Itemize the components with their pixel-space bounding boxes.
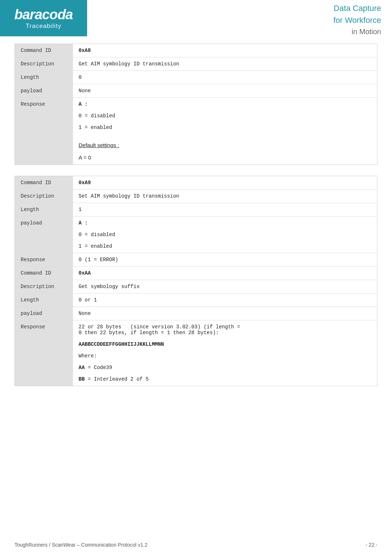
table-row: Command ID 0xAA — [15, 267, 377, 280]
label-length: Length — [15, 203, 73, 216]
label-response: Response — [15, 98, 73, 165]
value-response: 0 (1 = ERROR) — [73, 253, 377, 267]
value-response: A : 0 = disabled 1 = enabled Default set… — [73, 98, 377, 165]
table-row: payload None — [15, 307, 377, 320]
table-row: Length 0 or 1 — [15, 293, 377, 307]
header-tagline: Data Capture for Workforce in Motion — [87, 0, 392, 36]
header: baracoda Traceability Data Capture for W… — [0, 0, 392, 36]
value-command-id: 0xA9 — [73, 176, 377, 190]
label-command-id: Command ID — [15, 176, 73, 190]
value-length: 0 or 1 — [73, 293, 377, 307]
label-response: Response — [15, 253, 73, 267]
label-command-id: Command ID — [15, 267, 73, 280]
brand-name: baracoda — [15, 7, 73, 23]
label-length: Length — [15, 71, 73, 84]
table-row: Length 0 — [15, 71, 377, 84]
table-row: Command ID 0xA9 — [15, 176, 377, 190]
value-payload: None — [73, 84, 377, 98]
label-command-id: Command ID — [15, 44, 73, 57]
table-row: Response A : 0 = disabled 1 = enabled De… — [15, 98, 377, 165]
table-row: Description Get AIM symbology ID transmi… — [15, 57, 377, 71]
table-row: Response 22 or 28 bytes (since version 3… — [15, 320, 377, 386]
value-command-id: 0xA8 — [73, 44, 377, 57]
label-description: Description — [15, 57, 73, 71]
brand-sub: Traceability — [15, 23, 73, 30]
command-table-0xa9: Command ID 0xA9 Description Set AIM symb… — [15, 176, 377, 386]
label-description: Description — [15, 280, 73, 293]
header-line3: in Motion — [352, 26, 381, 37]
header-line1: Data Capture — [334, 2, 381, 14]
label-description: Description — [15, 190, 73, 203]
value-response: 22 or 28 bytes (since version 3.02.03) (… — [73, 320, 377, 386]
value-description: Get symbology suffix — [73, 280, 377, 293]
logo: baracoda Traceability — [15, 7, 73, 30]
table-row: payload None — [15, 84, 377, 98]
table-row: Length 1 — [15, 203, 377, 216]
table-row: Command ID 0xA8 — [15, 44, 377, 57]
table-row: Description Get symbology suffix — [15, 280, 377, 293]
value-description: Get AIM symbology ID transmission — [73, 57, 377, 71]
label-response: Response — [15, 320, 73, 386]
footer: ToughRunners / ScanWear – Communication … — [0, 542, 392, 548]
label-length: Length — [15, 293, 73, 307]
header-line2: for Workforce — [333, 14, 381, 26]
value-payload: None — [73, 307, 377, 320]
label-payload: payload — [15, 84, 73, 98]
value-length: 0 — [73, 71, 377, 84]
table-row: Response 0 (1 = ERROR) — [15, 253, 377, 267]
table-row: Description Set AIM symbology ID transmi… — [15, 190, 377, 203]
page-content: Command ID 0xA8 Description Get AIM symb… — [0, 36, 392, 408]
value-description: Set AIM symbology ID transmission — [73, 190, 377, 203]
footer-left: ToughRunners / ScanWear – Communication … — [15, 542, 147, 548]
command-table-0xa8: Command ID 0xA8 Description Get AIM symb… — [15, 44, 377, 165]
value-payload: A : 0 = disabled 1 = enabled — [73, 216, 377, 253]
label-payload: payload — [15, 307, 73, 320]
label-payload: payload — [15, 216, 73, 253]
table-row: payload A : 0 = disabled 1 = enabled — [15, 216, 377, 253]
value-command-id: 0xAA — [73, 267, 377, 280]
logo-area: baracoda Traceability — [0, 0, 87, 36]
footer-right: - 22 - — [366, 542, 377, 548]
value-length: 1 — [73, 203, 377, 216]
